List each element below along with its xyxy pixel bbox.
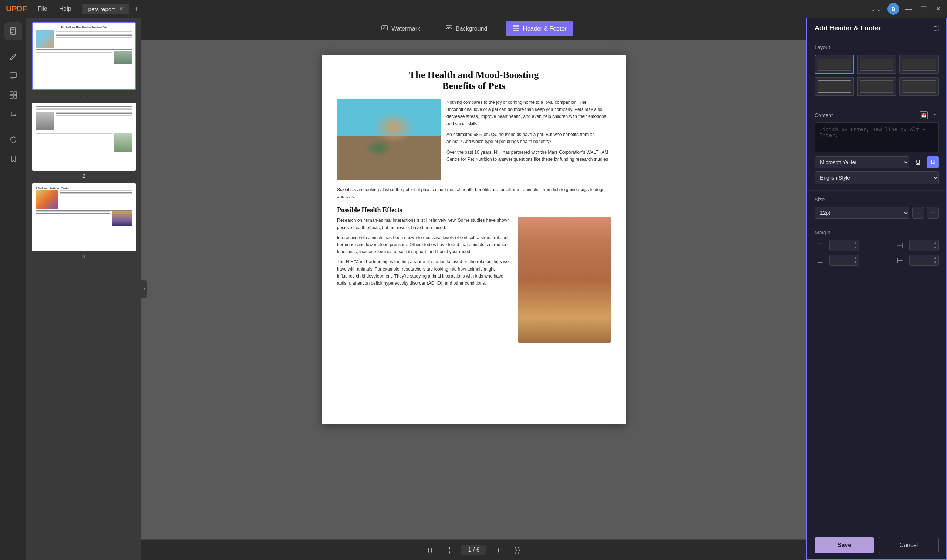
margin-right-arrows: ▲ ▼ [932,240,938,251]
thumb-page-2-content [33,103,135,170]
lo6-line-top [902,80,936,81]
svg-rect-8 [14,95,17,98]
thumbnail-3[interactable]: A Key Phase in the History of Tourism [29,183,138,260]
window-close-icon[interactable]: ✕ [933,3,944,14]
nav-last-page-button[interactable]: ⟩⟩ [510,543,525,557]
layout-option-6[interactable] [899,77,939,96]
header-footer-button[interactable]: Header & Footer [506,21,573,36]
upload-icon[interactable]: ↑ [931,111,939,119]
doc-text-p1: Nothing compares to the joy of coming ho… [446,99,611,128]
margin-left-down-arrow[interactable]: ▼ [933,260,937,265]
t1-sep [36,49,132,50]
panel-layout-section: Layout [807,38,946,105]
underline-button[interactable]: U [912,156,924,168]
margin-bottom-input[interactable]: 36 [830,255,852,265]
layout-option-2[interactable] [857,55,897,74]
margin-right-input[interactable]: 72 [910,240,932,251]
t3l2 [60,192,132,192]
t1l2 [56,31,132,32]
sidebar-icon-edit[interactable] [5,48,22,65]
margin-top-input[interactable]: 36 [830,240,852,251]
t1l3 [56,32,132,33]
size-select[interactable]: 12pt [814,207,909,219]
margin-top-down-arrow[interactable]: ▼ [853,245,857,250]
t1l5 [56,35,132,36]
doc-s1-p1: Research on human-animal interactions is… [337,217,512,231]
doc-s1-p3: The NIH/Mars Partnership is funding a ra… [337,258,512,287]
watermark-icon [381,24,389,33]
thumbnail-1[interactable]: The Health and Mood-Boosting Benefits of… [29,22,138,98]
sidebar-icon-comment[interactable] [5,67,22,85]
sidebar-icon-bookmark[interactable] [5,150,22,168]
lo4-content [817,81,851,92]
thumbnail-2[interactable]: 2 [29,103,138,179]
doc-intro-text: Nothing compares to the joy of coming ho… [446,99,611,180]
layout-option-3[interactable] [899,55,939,74]
nav-first-page-button[interactable]: ⟨⟨ [423,543,438,557]
margin-right-up-arrow[interactable]: ▲ [933,241,937,245]
menu-file[interactable]: File [32,4,52,14]
current-page: 1 [468,547,471,553]
margin-bottom-down-arrow[interactable]: ▼ [853,260,857,265]
save-button[interactable]: Save [814,537,874,553]
document-viewer[interactable]: The Health and Mood-BoostingBenefits of … [141,40,807,539]
main-layout: The Health and Mood-Boosting Benefits of… [0,18,947,560]
svg-rect-6 [14,92,17,95]
doc-s1-p2: Interacting with animals has been shown … [337,234,512,256]
document-page: The Health and Mood-BoostingBenefits of … [322,55,626,425]
sidebar-icon-document[interactable] [5,22,22,40]
background-button[interactable]: Background [439,21,494,36]
collapse-panel-tab[interactable]: ‹ [141,280,147,298]
margin-top-up-arrow[interactable]: ▲ [853,241,857,245]
thumb-1-lines [56,29,132,48]
user-avatar: B [887,3,899,15]
total-pages: 6 [477,547,480,553]
t1l6 [56,37,132,38]
margin-bottom-up-arrow[interactable]: ▲ [853,256,857,260]
size-increase-button[interactable]: + [927,207,939,219]
tab-pets-report[interactable]: pets report ✕ [82,4,130,14]
style-select[interactable]: English Style [814,171,939,185]
tab-close-icon[interactable]: ✕ [119,6,123,12]
t3l1 [60,190,132,191]
lo1-line-bot [817,70,851,71]
thumb-3-img2 [112,211,132,226]
thumbnail-panel: The Health and Mood-Boosting Benefits of… [27,18,141,560]
sidebar-divider-2 [6,127,21,127]
window-minimize-icon[interactable]: — [902,4,915,14]
margin-left-up-arrow[interactable]: ▲ [933,256,937,260]
doc-section1-content: Research on human-animal interactions is… [337,217,611,343]
tab-add-icon[interactable]: + [131,3,141,15]
watermark-button[interactable]: Watermark [374,21,427,36]
doc-footer-bar [322,424,626,425]
margin-right-down-arrow[interactable]: ▼ [933,245,937,250]
header-footer-label: Header & Footer [523,26,566,32]
sidebar-icon-convert[interactable] [5,105,22,123]
t2l2 [36,108,132,109]
doc-intro-row: Nothing compares to the joy of coming ho… [337,99,611,180]
nav-prev-page-button[interactable]: ⟨ [444,543,455,557]
layout-option-4[interactable] [814,77,854,96]
layout-option-1[interactable] [814,55,854,74]
margin-left-input[interactable]: 72 [910,255,932,265]
calendar-icon[interactable]: 📅 [920,111,928,119]
watermark-label: Watermark [392,26,420,32]
panel-expand-icon[interactable]: ⬚ [933,25,939,32]
sidebar-icon-protect[interactable] [5,131,22,149]
window-maximize-icon[interactable]: ❐ [918,3,930,14]
sidebar-icon-layout[interactable] [5,86,22,104]
content-text-input[interactable] [814,122,939,152]
document-title: The Health and Mood-BoostingBenefits of … [337,69,611,92]
cancel-button[interactable]: Cancel [879,537,939,553]
menu-help[interactable]: Help [54,4,77,14]
layout-option-5[interactable] [857,77,897,96]
doc-section1-title: Possible Health Effects [337,206,611,214]
nav-next-page-button[interactable]: ⟩ [492,543,504,557]
bold-button[interactable]: B [927,156,939,168]
page-navigation: ⟨⟨ ⟨ 1 / 6 ⟩ ⟩⟩ [141,539,807,560]
thumb-3-img1 [36,190,58,209]
font-family-select[interactable]: Microsoft YaHei [814,156,909,168]
window-scroll-icon[interactable]: ⌄⌄ [867,3,884,14]
size-decrease-button[interactable]: − [912,207,924,219]
margin-bottom-arrows: ▲ ▼ [852,255,859,265]
